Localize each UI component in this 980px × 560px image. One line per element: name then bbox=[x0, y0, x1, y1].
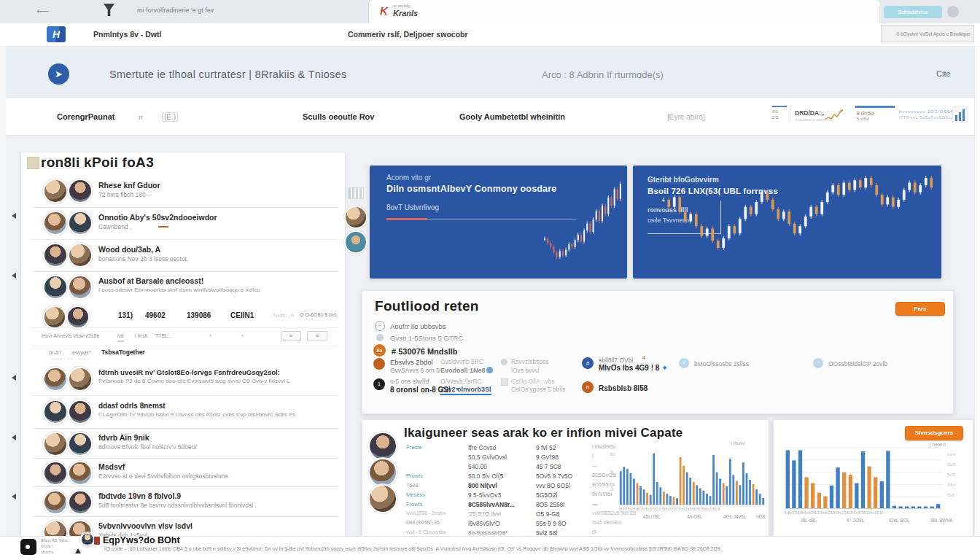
gray-box-icon bbox=[501, 378, 508, 386]
chart-group-label: l8L d8L bbox=[801, 518, 817, 523]
table-row[interactable]: O88 (8O5N') 85 l9v85v5lv'O 55s 9 9 8O l5… bbox=[406, 520, 669, 529]
feed-item[interactable]: fdtrnh uvesiR nv' Gtslot8Eo-lsrvgs Fsnfr… bbox=[31, 363, 338, 395]
toolbar-tab-1[interactable]: rat bbox=[117, 332, 124, 342]
subheader-b[interactable]: eiwyds* bbox=[72, 349, 91, 356]
pager-first-button[interactable]: « bbox=[307, 331, 327, 341]
banner-action-link[interactable]: Cite bbox=[936, 69, 951, 78]
orange-dot-icon bbox=[373, 358, 385, 370]
footer-title[interactable]: EqpYws?do BOht bbox=[103, 535, 285, 545]
nav-item-2[interactable]: Sculls oeoutle Rov bbox=[303, 112, 374, 121]
hero-card-left[interactable]: Aconm vito gr Diln osmsntAlbevY Conmony … bbox=[370, 166, 627, 279]
floating-avatar[interactable] bbox=[344, 206, 368, 229]
ticker1-sub: A-bt obscv e ovvm bbox=[795, 117, 825, 122]
footer-status-line: lCl code - ' 60 Lidtvaser 1di0b OB4 5 o … bbox=[104, 546, 892, 551]
hero-kicker: Aconm vito gr bbox=[386, 174, 431, 182]
row-extra: l5l bbox=[592, 529, 658, 534]
feed-item[interactable]: fdvrb Ain 9nik 8dmovs Efvolc fbol nolscr… bbox=[31, 429, 338, 458]
row-value: 45 7 5C8 bbox=[536, 463, 561, 470]
promo-action-button[interactable]: Slvnsdsgcnrs bbox=[905, 426, 963, 440]
hero-red-rule bbox=[386, 218, 427, 220]
banner-meta: Arco : 8 Adbrin If rturmode(s) bbox=[542, 69, 664, 80]
toolbar-tab-2[interactable]: i fnsli bbox=[135, 332, 147, 339]
chart-group-label: 45L/78L bbox=[643, 514, 661, 519]
mouse-cursor bbox=[75, 548, 81, 553]
feed-item-title: Wood dou/3ab, A bbox=[98, 245, 332, 254]
left-gutter bbox=[0, 46, 6, 560]
table-row[interactable]: lvvvl (25l8 - 2lvglvv '25 5'7O llvvl O5 … bbox=[406, 510, 669, 519]
feed-item-title: Msdsvf bbox=[98, 462, 335, 471]
feature-b1-line2[interactable]: Evodosll 1Ne8 bbox=[440, 367, 486, 374]
ticker2-val-b: 5 vl5vl bbox=[857, 117, 869, 121]
chart-group-label: 4↑ 2O8L bbox=[847, 518, 865, 523]
pager-last-button[interactable]: » bbox=[281, 331, 301, 341]
insights-panel: Ikaiguneer seas arak ko er infion mivei … bbox=[362, 419, 769, 539]
footer-app-dot bbox=[26, 545, 30, 549]
featured-lead-1[interactable]: Aoufrr Ilo ubbsvbs bbox=[390, 322, 536, 330]
feed-item-sub: Cawnbend , bbox=[98, 223, 164, 230]
grid-handle-icon[interactable] bbox=[348, 187, 364, 199]
feature-b2-line1: O/vvsvb./lsrRC bbox=[440, 378, 495, 385]
blue-dot-icon bbox=[486, 367, 493, 373]
feed-item-sub: Pvllsnoab P9 de 5 Covno doo-cllc Evotswv… bbox=[98, 378, 335, 384]
nav-item-3[interactable]: Gooly Aumbetetbl wheinitin bbox=[459, 112, 565, 121]
back-icon[interactable]: ⟵ bbox=[36, 6, 49, 16]
ticker-token: 139086 bbox=[187, 311, 211, 319]
featured-action-button[interactable]: Fars bbox=[895, 302, 945, 316]
toolbar-tab-3[interactable]: 77SL... bbox=[155, 332, 173, 339]
feed-ticker-row[interactable]: 131) 49602 139086 CEIIN1 ,-?vvllb; , n Q… bbox=[31, 306, 338, 327]
insights-avatar[interactable] bbox=[368, 432, 397, 461]
masthead-subtitle[interactable]: Commeriv rslf, Deljpoer swocobr bbox=[348, 30, 468, 39]
ticker1-sparkline: ↗ bbox=[824, 108, 844, 122]
gray-dot-icon bbox=[501, 359, 508, 365]
feed-item[interactable]: Msdsvf E2rvvso st o devl 5vvbvfblbon ovl… bbox=[31, 459, 338, 486]
nav-item-4[interactable]: [Eyre ab/ro] bbox=[667, 113, 705, 121]
hero-card-right[interactable]: Gteribt bfoGobvvirm Bsoil 726 LNX(53( UB… bbox=[633, 166, 941, 279]
nav-item-1[interactable]: CorengrPaunat bbox=[57, 112, 114, 121]
subheader-c[interactable]: TsbsaTogether bbox=[101, 349, 145, 356]
feature-e1-label[interactable]: bMoOlssosbs 2sllss bbox=[694, 360, 774, 368]
chrome-action-button[interactable]: Sdtnddvne bbox=[884, 6, 942, 18]
feed-item[interactable]: Onnotio Aby's 50sv2ndooeiwdor Cawnbend , bbox=[31, 208, 338, 239]
feed-item[interactable]: Ausbof at Barsale ancleosst! I coss odes… bbox=[31, 272, 338, 304]
pager-prev-icon[interactable]: ‹ bbox=[241, 332, 244, 339]
feature-b2-line2[interactable]: Zvv2 olnvorb3Sl bbox=[440, 386, 491, 395]
row-name: 8o-9olslssbl58* bbox=[468, 529, 541, 536]
ticker2-bars-icon[interactable] bbox=[952, 106, 968, 122]
feature-d1-line2[interactable]: MlvOs lbs 4G9 ! 8 bbox=[599, 364, 659, 372]
browser-tab[interactable]: K vr wmldy Kranls bbox=[368, 0, 879, 23]
feed-item-sub: E2rvvso st o devl 5vvbvfblbon ovlrgsosbt… bbox=[98, 472, 335, 480]
chart-side-label: lnsrs bbox=[947, 452, 956, 456]
app-root: ⟵ mi forvolfradinerie 'e gt fev K vr wml… bbox=[0, 0, 980, 560]
chart-side-label: l5vl8 bbox=[947, 462, 955, 467]
row-name: 540.00 bbox=[468, 463, 541, 470]
ticker1-symbol[interactable]: DRD/DA:,. bbox=[795, 109, 825, 117]
feature-d2-label[interactable]: Rsbsblsb 8l58 bbox=[599, 384, 648, 392]
feed-item[interactable]: Wood dou/3ab, A bonanons Nov 2b 3 lsoss … bbox=[31, 240, 338, 271]
row-label: lvvvl (25l8 - 2lvglvv bbox=[406, 510, 466, 516]
insights-avatar[interactable] bbox=[368, 484, 397, 513]
filter-funnel-icon[interactable] bbox=[104, 4, 114, 16]
feature-f1-label[interactable]: OOssbt8ldslOP 2ovlb bbox=[828, 360, 916, 368]
chart-side-label: l5v8 bbox=[947, 493, 954, 497]
subheader-a[interactable]: or-5? bbox=[49, 349, 62, 356]
row-value: 5G5O2l bbox=[536, 491, 557, 499]
ticker1-val-b: 5'l5 bbox=[772, 115, 779, 120]
feed-item[interactable]: fbdtvde 19vn 8 fblvol.9 5d8 fnoltnsstvr … bbox=[31, 487, 338, 516]
floating-avatar[interactable] bbox=[344, 230, 368, 254]
feed-item[interactable]: ddasf odrls 8nemst CLAgrrOllb Tv 9dvOb l… bbox=[31, 396, 338, 428]
featured-lead-2[interactable]: Gvso 1-5Stons 5 GTRC bbox=[390, 334, 536, 342]
pager-next-icon[interactable]: › bbox=[209, 332, 211, 339]
brand-logo[interactable]: H bbox=[47, 26, 66, 42]
feature-c2-line1: Colllo OllA ..vbs bbox=[511, 378, 573, 385]
footer-avatar[interactable] bbox=[80, 532, 95, 547]
feed-panel: ron8li kPoii foA3 Rhese knf Gduor 72 hvr… bbox=[20, 152, 346, 560]
insights-avatar[interactable] bbox=[368, 458, 397, 487]
feed-item-title: 5vbvnlvvoovlvn vlsv lsdvl bbox=[98, 521, 335, 530]
profile-selector[interactable]: -5 bGyutvv VdSvt Apcts c Bswlktper bbox=[881, 25, 974, 42]
masthead-title[interactable]: Pnmlntys 8v - Dwtl bbox=[93, 30, 161, 39]
feed-item[interactable]: Rhese knf Gduor 72 hvrs flbch 180 - bbox=[31, 176, 338, 207]
address-text[interactable]: mi forvolfradinerie 'e gt fev bbox=[137, 7, 327, 14]
profile-avatar-icon[interactable] bbox=[947, 6, 959, 18]
featured-title: Foutliood reten bbox=[375, 298, 479, 314]
featured-lead-3[interactable]: # 530076 Mndsllb bbox=[392, 347, 552, 356]
